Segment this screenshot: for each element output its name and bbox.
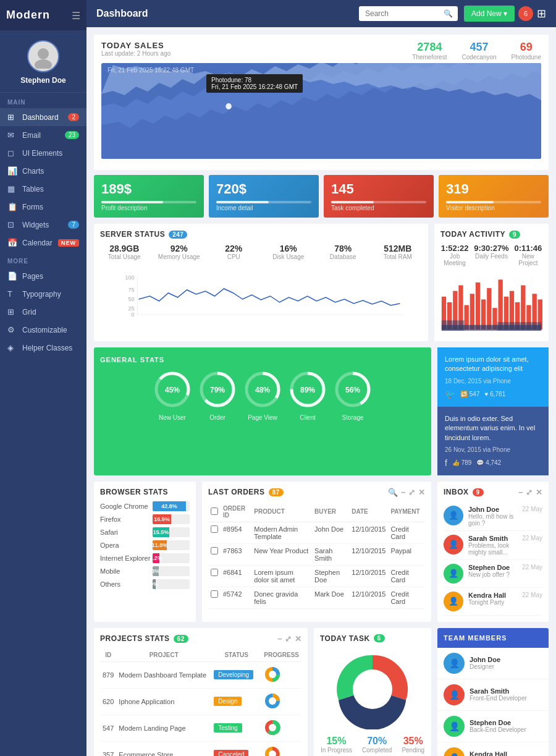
sidebar-item-pages[interactable]: 📄 Pages: [0, 267, 86, 285]
sidebar-item-ui[interactable]: ◻ UI Elements: [0, 144, 86, 162]
minimize-ctrl-icon[interactable]: −: [401, 488, 406, 497]
server-status-panel: SERVER STATUS 247 28.9GB Total Usage 92%…: [94, 224, 428, 341]
page-title: Dashboard: [96, 8, 359, 19]
table-row: #7863 New Year Product Sarah Smith 12/10…: [208, 543, 425, 565]
widgets-badge: 7: [68, 221, 79, 229]
project-row-4: 357 Ecommerce Store Canceled: [100, 741, 301, 756]
twitter-card: Lorem ipsum dolor sit amet, consectetur …: [437, 347, 549, 407]
order-payment-1: Credit Card: [388, 522, 425, 543]
sidebar-item-forms[interactable]: 📋 Forms: [0, 198, 86, 216]
inbox-name-1: John Doe: [468, 506, 517, 513]
today-sales-title: TODAY SALES: [101, 41, 412, 50]
orders-col-product: PRODUCT: [251, 502, 312, 522]
today-sales-stats: 2784 Themeforest 457 Codecanyon 69 Photo…: [412, 41, 541, 61]
sidebar-item-calendar[interactable]: 📅 Calendar NEW: [0, 234, 86, 252]
job-meeting-label: Job Meeting: [440, 253, 469, 266]
home-icon: ⊞: [7, 113, 17, 122]
sidebar-item-helper[interactable]: ◈ Helper Classes: [0, 339, 86, 357]
inbox-badge: 9: [473, 488, 484, 496]
proj-col-project: PROJECT: [116, 648, 211, 662]
grid-view-icon[interactable]: ⊞: [537, 7, 546, 20]
sidebar-item-label: Typography: [22, 290, 61, 299]
sidebar-item-email[interactable]: ✉ Email 23: [0, 126, 86, 144]
inbox-msg-4: Tonight Party: [468, 599, 506, 606]
orders-col-payment: PAYMENT: [388, 502, 425, 522]
projects-close-icon[interactable]: ✕: [295, 634, 302, 643]
sidebar-username[interactable]: Stephen Doe: [6, 76, 80, 85]
orders-select-all[interactable]: [211, 508, 218, 515]
sidebar-item-tables[interactable]: ▦ Tables: [0, 180, 86, 198]
order-check-3[interactable]: [211, 569, 218, 576]
cpu-label: CPU: [209, 253, 258, 260]
add-new-button[interactable]: Add New ▾: [464, 6, 515, 22]
projects-minimize-icon[interactable]: −: [277, 634, 282, 643]
memory-value: 92%: [155, 244, 204, 253]
svg-rect-33: [497, 322, 542, 331]
expand-ctrl-icon[interactable]: ⤢: [408, 488, 416, 497]
projects-expand-icon[interactable]: ⤢: [285, 634, 292, 643]
notification-badge[interactable]: 6: [518, 6, 533, 21]
sidebar-user: Stephen Doe: [0, 30, 86, 93]
chrome-name: Google Chrome: [100, 503, 153, 510]
sidebar-item-label: Helper Classes: [22, 344, 72, 352]
sidebar-item-dashboard[interactable]: ⊞ Dashboard 2: [0, 108, 86, 126]
svg-rect-21: [487, 288, 491, 329]
team-info-3: Stephen Doe Back-End Developer: [470, 719, 526, 733]
donut-page-view: 48% Page View: [243, 370, 283, 421]
twitter-icon: 🐦: [445, 389, 455, 399]
cpu-value: 22%: [209, 244, 258, 253]
sidebar-more-label: MORE: [0, 252, 86, 267]
inbox-expand-icon[interactable]: ⤢: [526, 488, 533, 497]
task-label: Task completed: [331, 205, 426, 211]
calendar-icon: 📅: [7, 238, 17, 247]
menu-toggle-icon[interactable]: ☰: [72, 10, 80, 22]
svg-text:48%: 48%: [255, 386, 269, 394]
svg-text:0: 0: [131, 312, 134, 318]
table-row: #6841 Lorem ipsum dolor sit amet Stephen…: [208, 565, 425, 587]
codecanyon-label: Codecanyon: [461, 54, 496, 61]
order-check-4[interactable]: [211, 590, 218, 598]
sidebar-item-grid[interactable]: ⊞ Grid: [0, 303, 86, 321]
team-members-list: 👤 John Doe Designer 👤 Sarah Smith Front-…: [437, 648, 549, 756]
disk-label: Disk Usage: [264, 253, 313, 260]
task-donut: [320, 649, 425, 729]
inbox-avatar-4: 👤: [444, 592, 463, 611]
inbox-msg-1: Hello, m8 how is goin ?: [468, 513, 517, 527]
browser-row-chrome: Google Chrome 42.8%: [100, 501, 190, 511]
sidebar-item-typography[interactable]: T Typography: [0, 285, 86, 303]
team-info-1: John Doe Designer: [470, 656, 500, 670]
sidebar: Modern ☰ Stephen Doe MAIN ⊞ Dashboard 2 …: [0, 0, 86, 756]
svg-point-0: [38, 48, 49, 59]
donut-client-label: Client: [288, 414, 328, 421]
inbox-minimize-icon[interactable]: −: [518, 488, 523, 497]
search-ctrl-icon[interactable]: 🔍: [388, 488, 398, 497]
svg-text:100: 100: [125, 274, 134, 281]
search-input[interactable]: [359, 6, 458, 21]
page-content: TODAY SALES Last update: 2 Hours ago 278…: [86, 27, 556, 756]
close-ctrl-icon[interactable]: ✕: [418, 488, 426, 497]
team-role-1: Designer: [470, 663, 500, 670]
inbox-close-icon[interactable]: ✕: [536, 488, 543, 497]
activity-times: 1:52:22 Job Meeting 9:30:27% Daily Feeds…: [440, 244, 542, 266]
svg-text:56%: 56%: [345, 386, 360, 394]
inbox-item-1: 👤 John Doe Hello, m8 how is goin ? 22 Ma…: [444, 502, 542, 531]
projects-task-team-row: PROJECTS STATS 62 − ⤢ ✕ ID PROJECT STATU…: [94, 628, 549, 756]
orders-col-check: [208, 502, 221, 522]
order-payment-3: Credit Card: [388, 565, 425, 587]
sidebar-item-customizable[interactable]: ⚙ Customizable: [0, 321, 86, 339]
team-avatar-3: 👤: [444, 716, 465, 737]
task-in-progress: 15% In Progress: [321, 736, 352, 754]
order-check-1[interactable]: [211, 525, 218, 533]
sidebar-item-widgets[interactable]: ⊡ Widgets 7: [0, 216, 86, 234]
team-member-1: 👤 John Doe Designer: [437, 648, 549, 679]
others-bar: 0%: [153, 579, 156, 589]
total-usage-label: Total Usage: [100, 253, 149, 260]
task-labels: 15% In Progress 70% Completed 35% Pendin…: [320, 736, 425, 754]
browser-stats-title: BROWSER STATS: [100, 488, 190, 496]
sidebar-item-charts[interactable]: 📊 Charts: [0, 162, 86, 180]
inbox-avatar-3: 👤: [444, 564, 463, 584]
stat-bar-profit: 189$ Profit description: [94, 175, 204, 218]
order-check-2[interactable]: [211, 547, 218, 554]
visitor-value: 319: [446, 181, 541, 197]
twitter-footer: 🐦 🔁 547 ♥ 6,781: [445, 389, 541, 399]
